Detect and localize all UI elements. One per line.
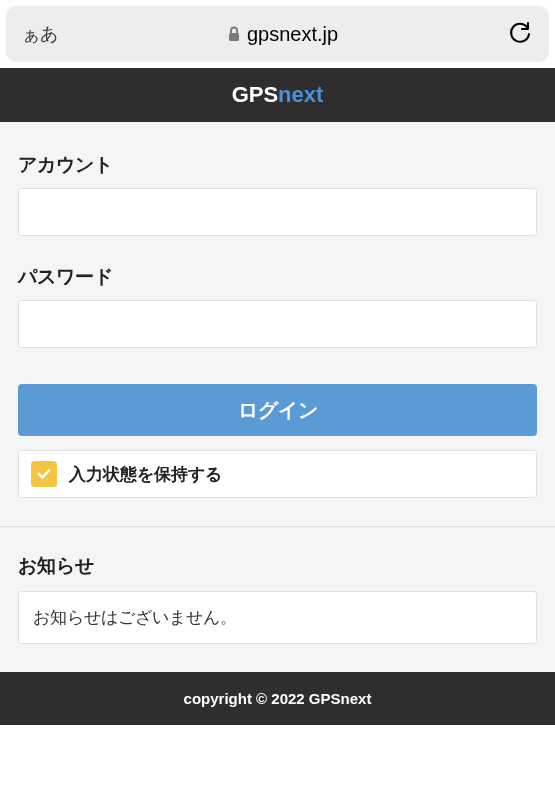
svg-rect-0 [229, 33, 239, 41]
brand-prefix: GPS [232, 82, 278, 107]
notice-title: お知らせ [18, 553, 537, 579]
login-form: アカウント パスワード ログイン 入力状態を保持する [0, 122, 555, 526]
browser-url[interactable]: gpsnext.jp [58, 23, 507, 46]
url-text: gpsnext.jp [247, 23, 338, 46]
footer: copyright © 2022 GPSnext [0, 672, 555, 725]
password-input[interactable] [18, 300, 537, 348]
login-button[interactable]: ログイン [18, 384, 537, 436]
browser-address-bar: ぁあ gpsnext.jp [6, 6, 549, 62]
account-label: アカウント [18, 152, 537, 178]
copyright-text: copyright © 2022 GPSnext [184, 690, 372, 707]
account-input[interactable] [18, 188, 537, 236]
app-header: GPSnext [0, 68, 555, 122]
remember-label: 入力状態を保持する [69, 463, 222, 486]
remember-box: 入力状態を保持する [18, 450, 537, 498]
lock-icon [227, 26, 241, 42]
reload-icon[interactable] [507, 21, 533, 47]
reader-aa-button[interactable]: ぁあ [22, 22, 58, 46]
password-label: パスワード [18, 264, 537, 290]
brand-suffix: next [278, 82, 323, 107]
remember-checkbox[interactable] [31, 461, 57, 487]
notice-section: お知らせ お知らせはございません。 [0, 527, 555, 672]
notice-body: お知らせはございません。 [18, 591, 537, 644]
